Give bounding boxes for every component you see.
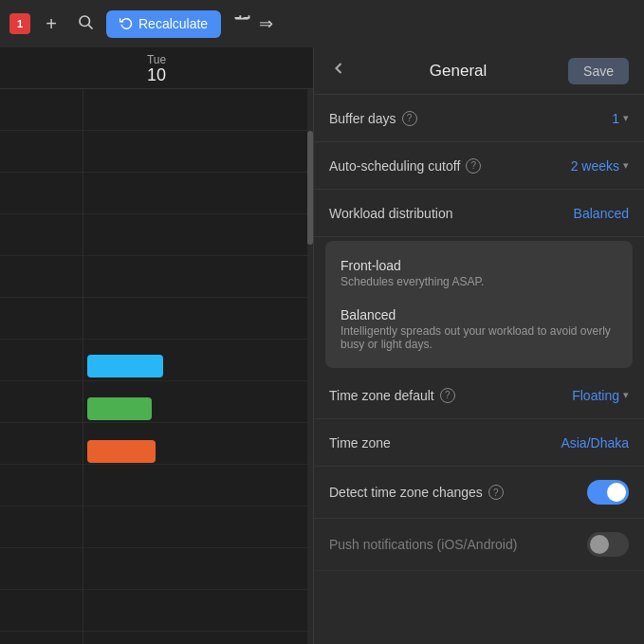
push-notif-toggle-thumb bbox=[590, 535, 609, 554]
time-row bbox=[0, 298, 83, 340]
time-row bbox=[0, 214, 83, 256]
task-bar-orange[interactable] bbox=[87, 440, 156, 463]
day-name: Tue bbox=[147, 53, 166, 66]
balanced-title: Balanced bbox=[340, 307, 617, 322]
timezone-default-arrow-icon: ▾ bbox=[623, 389, 629, 401]
detect-tz-toggle[interactable] bbox=[587, 480, 629, 505]
task-bar-blue[interactable] bbox=[87, 355, 163, 377]
timezone-row: Time zone Asia/Dhaka bbox=[314, 419, 644, 467]
gantt-row bbox=[83, 298, 307, 340]
recalculate-label: Recalculate bbox=[138, 16, 208, 31]
balanced-option[interactable]: Balanced Intelligently spreads out your … bbox=[325, 298, 633, 360]
task-bar-green[interactable] bbox=[87, 397, 152, 420]
gantt-row bbox=[83, 506, 307, 548]
detect-tz-help-icon[interactable]: ? bbox=[488, 485, 504, 500]
workload-dropdown: Front-load Schedules everything ASAP. Ba… bbox=[325, 241, 633, 368]
detect-tz-toggle-thumb bbox=[607, 483, 626, 502]
day-number: 10 bbox=[147, 66, 166, 83]
push-notif-toggle[interactable] bbox=[587, 532, 629, 557]
timezone-default-label: Time zone default ? bbox=[329, 388, 455, 403]
time-row bbox=[0, 89, 83, 131]
gantt-row bbox=[83, 131, 307, 173]
timezone-label: Time zone bbox=[329, 435, 391, 451]
auto-scheduling-label: Auto-scheduling cutoff ? bbox=[329, 158, 481, 174]
panel-title: General bbox=[430, 62, 487, 81]
push-notif-label: Push notifications (iOS/Android) bbox=[329, 537, 517, 552]
time-row bbox=[0, 590, 83, 632]
recalculate-button[interactable]: Recalculate bbox=[106, 10, 221, 38]
buffer-days-help-icon[interactable]: ? bbox=[402, 111, 417, 126]
time-column bbox=[0, 89, 83, 644]
workload-row: Workload distribution Balanced bbox=[314, 190, 644, 237]
time-row bbox=[0, 131, 83, 173]
timezone-value[interactable]: Asia/Dhaka bbox=[561, 435, 629, 451]
time-row bbox=[0, 548, 83, 590]
workload-label: Workload distribution bbox=[329, 206, 452, 221]
time-row bbox=[0, 465, 83, 506]
add-icon[interactable]: + bbox=[38, 13, 64, 35]
gantt-column bbox=[83, 89, 307, 644]
recalculate-icon bbox=[120, 16, 133, 32]
auto-scheduling-value[interactable]: 2 weeks ▾ bbox=[571, 158, 629, 174]
scroll-track bbox=[307, 89, 313, 644]
workload-value[interactable]: Balanced bbox=[574, 206, 629, 221]
notification-badge[interactable]: 1 bbox=[9, 13, 30, 34]
timezone-default-value[interactable]: Floating ▾ bbox=[572, 388, 629, 403]
gantt-row bbox=[83, 214, 307, 256]
time-row bbox=[0, 381, 83, 423]
scroll-thumb[interactable] bbox=[307, 131, 313, 245]
calendar-header: Tue 10 bbox=[0, 47, 313, 89]
search-icon[interactable] bbox=[72, 13, 99, 35]
detect-tz-label: Detect time zone changes ? bbox=[329, 485, 504, 500]
auto-scheduling-row: Auto-scheduling cutoff ? 2 weeks ▾ bbox=[314, 142, 644, 190]
gantt-rows bbox=[0, 89, 313, 644]
gantt-row bbox=[83, 548, 307, 590]
auto-scheduling-arrow-icon: ▾ bbox=[623, 159, 629, 172]
main-area: Tue 10 bbox=[0, 47, 644, 644]
right-panel: General Save Buffer days ? 1 ▾ Auto-sche… bbox=[313, 47, 644, 644]
timezone-default-help-icon[interactable]: ? bbox=[440, 388, 455, 403]
time-row bbox=[0, 256, 83, 298]
frontload-title: Front-load bbox=[340, 258, 617, 273]
balanced-desc: Intelligently spreads out your workload … bbox=[340, 324, 617, 351]
calendar-area: Tue 10 bbox=[0, 47, 313, 644]
list-arrow-icon[interactable]: ⇒ bbox=[259, 13, 273, 34]
frontload-option[interactable]: Front-load Schedules everything ASAP. bbox=[325, 248, 633, 298]
svg-point-0 bbox=[80, 16, 90, 27]
back-button[interactable] bbox=[329, 59, 348, 83]
time-row bbox=[0, 173, 83, 214]
buffer-days-row: Buffer days ? 1 ▾ bbox=[314, 95, 644, 142]
timezone-default-row: Time zone default ? Floating ▾ bbox=[314, 372, 644, 419]
time-row bbox=[0, 506, 83, 548]
gantt-row bbox=[83, 256, 307, 298]
time-row bbox=[0, 423, 83, 465]
detect-tz-row: Detect time zone changes ? bbox=[314, 467, 644, 519]
auto-scheduling-help-icon[interactable]: ? bbox=[466, 158, 481, 174]
buffer-days-label: Buffer days ? bbox=[329, 111, 417, 126]
topbar: 1 + Recalculate ⇒ bbox=[0, 0, 644, 47]
gantt-row bbox=[83, 465, 307, 506]
gantt-row bbox=[83, 89, 307, 131]
frontload-desc: Schedules everything ASAP. bbox=[340, 275, 617, 288]
settings-content: Buffer days ? 1 ▾ Auto-scheduling cutoff… bbox=[314, 95, 644, 644]
push-notif-row: Push notifications (iOS/Android) bbox=[314, 519, 644, 571]
svg-line-1 bbox=[88, 25, 92, 28]
gantt-row bbox=[83, 590, 307, 632]
buffer-days-arrow-icon: ▾ bbox=[623, 112, 629, 124]
time-row bbox=[0, 340, 83, 381]
save-button[interactable]: Save bbox=[568, 58, 629, 84]
buffer-days-value[interactable]: 1 ▾ bbox=[612, 111, 629, 126]
menu-icon[interactable] bbox=[232, 12, 251, 36]
panel-header: General Save bbox=[314, 47, 644, 95]
gantt-row bbox=[83, 173, 307, 214]
